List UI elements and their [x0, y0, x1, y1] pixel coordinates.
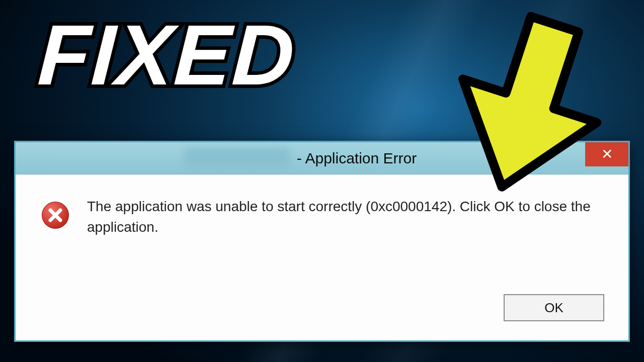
error-icon [41, 201, 70, 232]
overlay-headline: FIXED [36, 12, 298, 98]
arrow-down-icon [428, 5, 629, 206]
ok-button[interactable]: OK [504, 294, 604, 321]
dialog-button-row: OK [504, 294, 604, 321]
dialog-title: - Application Error [297, 150, 417, 167]
title-appname-redacted [184, 148, 290, 168]
